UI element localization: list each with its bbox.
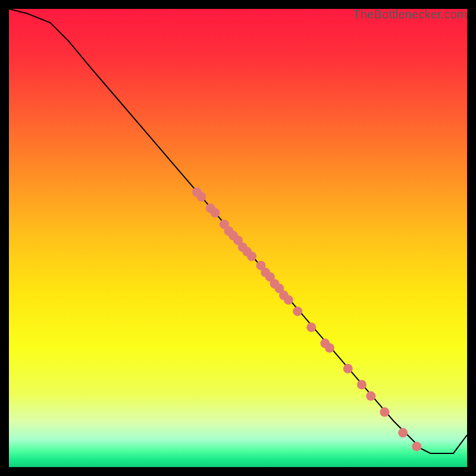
- data-marker: [247, 252, 256, 261]
- data-marker: [412, 441, 421, 451]
- data-marker: [380, 408, 389, 417]
- data-marker: [325, 343, 334, 353]
- chart-frame: TheBottlenecker.com: [9, 9, 467, 467]
- data-marker: [306, 322, 316, 332]
- data-marker: [211, 208, 220, 218]
- data-marker: [398, 428, 408, 437]
- data-marker: [196, 192, 206, 202]
- data-marker: [284, 295, 293, 305]
- bottleneck-curve: [9, 9, 467, 453]
- chart-overlay: [9, 9, 467, 467]
- data-marker: [366, 392, 375, 401]
- data-marker: [343, 364, 353, 374]
- attribution-text: TheBottlenecker.com: [353, 8, 467, 21]
- data-marker: [293, 306, 302, 316]
- data-marker: [357, 380, 367, 389]
